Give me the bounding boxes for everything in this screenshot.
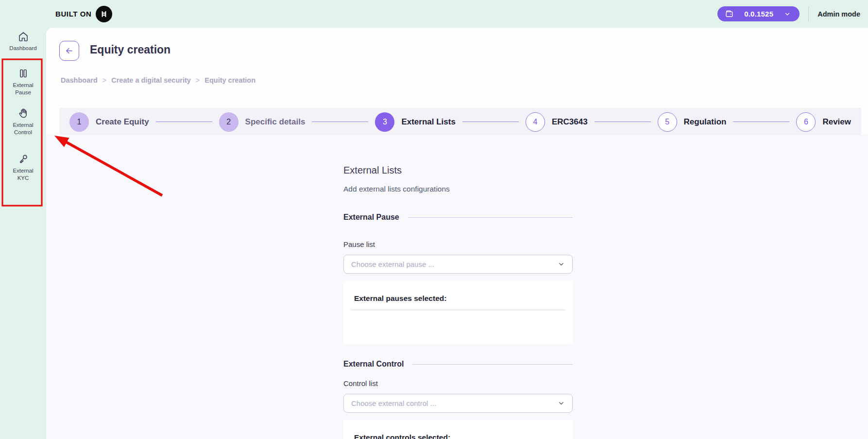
step-create-equity[interactable]: 1 Create Equity <box>69 112 149 132</box>
built-on-label: BUILT ON <box>55 10 92 18</box>
chevron-down-icon <box>784 11 791 18</box>
admin-mode-label: Admin mode <box>817 10 860 18</box>
breadcrumb-item-dashboard[interactable]: Dashboard <box>61 76 98 84</box>
step-label: Regulation <box>684 117 727 127</box>
hedera-logo-icon <box>96 6 112 22</box>
section-divider <box>412 364 573 365</box>
breadcrumb-item-equity-creation: Equity creation <box>204 76 255 84</box>
content-title: External Lists <box>343 163 573 177</box>
step-number: 2 <box>219 112 238 132</box>
section-title: External Pause <box>343 212 399 223</box>
breadcrumb-separator: > <box>102 76 106 84</box>
breadcrumb-separator: > <box>196 76 200 84</box>
chevron-down-icon <box>558 400 565 407</box>
main-panel: Equity creation Dashboard > Create a dig… <box>46 28 868 439</box>
step-connector <box>595 122 651 123</box>
section-divider <box>408 217 573 218</box>
sidebar-item-external-kyc[interactable]: ExternalKYC <box>0 153 46 181</box>
step-label: Create Equity <box>96 117 149 127</box>
sidebar-item-dashboard[interactable]: Dashboard <box>0 31 46 52</box>
wizard-stepper: 1 Create Equity 2 Specific details 3 Ext… <box>59 108 861 136</box>
pause-list-select[interactable]: Choose external pause ... <box>343 255 573 274</box>
wallet-account-button[interactable]: 0.0.1525 <box>717 6 800 21</box>
step-specific-details[interactable]: 2 Specific details <box>219 112 306 132</box>
step-connector <box>462 122 519 123</box>
topbar: BUILT ON 0.0.1525 Admin mode <box>0 0 868 28</box>
select-placeholder: Choose external pause ... <box>351 260 434 268</box>
step-label: External Lists <box>401 117 456 127</box>
step-content-area: External Lists Add external lists config… <box>46 135 868 439</box>
content-subtitle: Add external lists configurations <box>343 184 573 194</box>
chevron-down-icon <box>558 261 565 268</box>
pause-icon <box>17 68 29 79</box>
pause-list-label: Pause list <box>343 239 573 249</box>
sidebar: Dashboard ExternalPause ExternalControl … <box>0 28 46 439</box>
home-icon <box>17 31 29 42</box>
step-number: 5 <box>658 112 677 132</box>
step-number: 4 <box>526 112 545 132</box>
step-external-lists[interactable]: 3 External Lists <box>375 112 456 132</box>
step-connector <box>156 122 212 123</box>
sidebar-item-label: ExternalControl <box>13 122 33 136</box>
step-regulation[interactable]: 5 Regulation <box>658 112 727 132</box>
sidebar-item-label: ExternalKYC <box>13 167 33 181</box>
step-number: 6 <box>796 112 816 132</box>
selected-box-title: External pauses selected: <box>351 294 565 303</box>
arrow-left-icon <box>65 46 74 55</box>
external-pauses-selected-box: External pauses selected: <box>343 281 573 344</box>
hand-icon <box>17 107 29 119</box>
section-title: External Control <box>343 359 404 369</box>
sidebar-item-label: Dashboard <box>9 45 36 52</box>
sidebar-item-external-pause[interactable]: ExternalPause <box>0 68 46 96</box>
step-erc3643[interactable]: 4 ERC3643 <box>526 112 588 132</box>
step-number: 3 <box>375 112 394 132</box>
select-placeholder: Choose external control ... <box>351 399 436 407</box>
selected-box-divider <box>351 310 565 310</box>
page-title: Equity creation <box>90 43 170 56</box>
step-number: 1 <box>69 112 89 132</box>
external-control-section-heading: External Control <box>343 359 573 369</box>
step-connector <box>733 122 789 123</box>
key-icon <box>17 153 29 165</box>
sidebar-item-external-control[interactable]: ExternalControl <box>0 107 46 136</box>
built-on-brand: BUILT ON <box>55 0 112 28</box>
breadcrumb-item-create-digital-security[interactable]: Create a digital security <box>111 76 191 84</box>
step-label: Review <box>822 117 851 127</box>
topbar-divider <box>808 7 809 21</box>
back-button[interactable] <box>59 41 79 61</box>
step-label: Specific details <box>245 117 306 127</box>
step-label: ERC3643 <box>552 117 588 127</box>
breadcrumb: Dashboard > Create a digital security > … <box>61 76 255 84</box>
step-connector <box>312 122 368 123</box>
wallet-icon <box>725 10 733 18</box>
selected-box-title: External controls selected: <box>351 433 565 439</box>
wallet-account-id: 0.0.1525 <box>744 10 773 18</box>
external-pause-section-heading: External Pause <box>343 212 573 223</box>
step-review[interactable]: 6 Review <box>796 112 851 132</box>
control-list-select[interactable]: Choose external control ... <box>343 394 573 413</box>
external-controls-selected-box: External controls selected: <box>343 420 573 439</box>
control-list-label: Control list <box>343 378 573 388</box>
sidebar-item-label: ExternalPause <box>13 82 33 96</box>
